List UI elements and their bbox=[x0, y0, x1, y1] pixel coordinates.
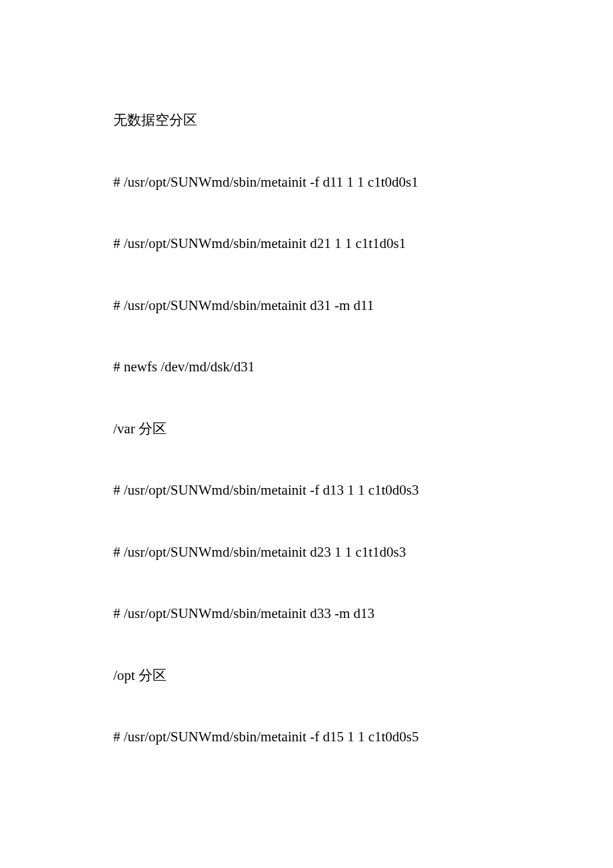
doc-line: # newfs /dev/md/dsk/d31 bbox=[113, 357, 500, 378]
doc-line: # /usr/opt/SUNWmd/sbin/metainit d31 -m d… bbox=[113, 295, 500, 317]
doc-line: # /usr/opt/SUNWmd/sbin/metainit d23 1 1 … bbox=[113, 542, 500, 563]
doc-line: # /usr/opt/SUNWmd/sbin/metainit -f d15 1… bbox=[113, 727, 500, 748]
doc-line: /opt 分区 bbox=[113, 665, 500, 687]
doc-line: # /usr/opt/SUNWmd/sbin/metainit -f d13 1… bbox=[113, 480, 500, 501]
doc-line: /var 分区 bbox=[113, 419, 500, 440]
doc-line: # /usr/opt/SUNWmd/sbin/metainit d21 1 1 … bbox=[113, 233, 500, 255]
doc-line: # /usr/opt/SUNWmd/sbin/metainit d33 -m d… bbox=[113, 603, 500, 625]
doc-line: # /usr/opt/SUNWmd/sbin/metainit -f d11 1… bbox=[113, 172, 500, 193]
doc-line: 无数据空分区 bbox=[113, 110, 500, 131]
